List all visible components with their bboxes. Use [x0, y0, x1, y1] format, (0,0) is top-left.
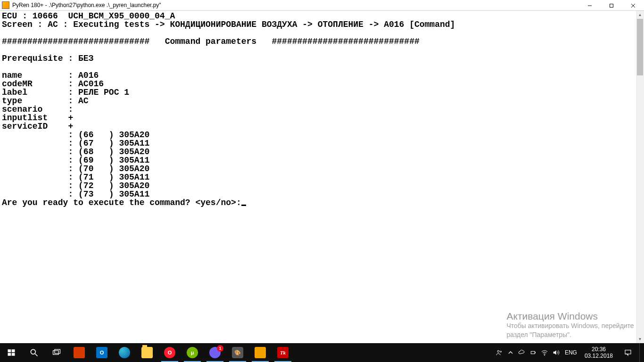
console-prompt[interactable]: Are you ready to execute the command? <y… — [2, 198, 246, 207]
activation-watermark: Активация Windows Чтобы активировать Win… — [506, 312, 639, 339]
taskbar-app-paint[interactable]: 🎨 — [226, 343, 249, 362]
paint-icon: 🎨 — [232, 347, 243, 358]
taskbar-app-viber[interactable]: 1 — [204, 343, 226, 362]
taskbar-app-explorer[interactable] — [136, 343, 158, 362]
tray-chevron-up-icon[interactable] — [505, 343, 516, 362]
pyren-icon — [255, 347, 266, 358]
svg-rect-1 — [610, 4, 613, 7]
svg-rect-6 — [8, 353, 11, 356]
svg-rect-14 — [531, 351, 535, 354]
svg-rect-11 — [55, 349, 60, 353]
vertical-scrollbar[interactable]: ▲ ▼ — [636, 11, 644, 343]
scroll-up-icon[interactable]: ▲ — [636, 11, 644, 19]
svg-rect-18 — [625, 350, 631, 354]
svg-marker-17 — [553, 350, 556, 354]
show-desktop-button[interactable] — [639, 343, 642, 362]
opera-icon: O — [164, 347, 175, 358]
utorrent-icon: μ — [187, 347, 198, 358]
svg-rect-10 — [53, 351, 59, 354]
taskbar-app-office[interactable] — [68, 343, 91, 362]
console-output: ECU : 10666 UCH_BCM_X95_0000_04_A Screen… — [0, 11, 636, 343]
app-icon — [2, 1, 9, 9]
tray-clock[interactable]: 20:36 03.12.2018 — [581, 343, 617, 362]
tray-onedrive-icon[interactable] — [517, 343, 527, 362]
windows-icon — [6, 347, 17, 358]
taskbar: O O μ 1 🎨 Tk — [0, 343, 644, 362]
text-cursor — [241, 205, 246, 206]
window-title: PyRen 180+ - .\Python27\python.exe .\_py… — [12, 2, 161, 8]
office-icon — [74, 347, 85, 358]
search-button[interactable] — [23, 343, 45, 362]
tray-action-center[interactable] — [618, 343, 638, 362]
taskbar-app-edge[interactable] — [113, 343, 136, 362]
tray-wifi-icon[interactable] — [539, 343, 550, 362]
tray-time: 20:36 — [585, 346, 613, 353]
window-titlebar: PyRen 180+ - .\Python27\python.exe .\_py… — [0, 0, 644, 11]
close-button[interactable] — [622, 0, 644, 11]
tray-volume-icon[interactable] — [551, 343, 561, 362]
maximize-button[interactable] — [601, 0, 622, 11]
task-view-button[interactable] — [45, 343, 68, 362]
tray-power-icon[interactable] — [528, 343, 538, 362]
red-app-icon: Tk — [277, 347, 289, 358]
tray-date: 03.12.2018 — [585, 353, 613, 359]
taskbar-app-outlook[interactable]: O — [91, 343, 113, 362]
taskbar-app-opera[interactable]: O — [158, 343, 181, 362]
console-window[interactable]: ECU : 10666 UCH_BCM_X95_0000_04_A Screen… — [0, 11, 644, 343]
tray-language[interactable]: ENG — [562, 343, 580, 362]
task-view-icon — [51, 347, 62, 358]
notification-badge: 1 — [217, 345, 223, 352]
svg-point-12 — [497, 350, 499, 352]
taskbar-app-utorrent[interactable]: μ — [181, 343, 204, 362]
folder-icon — [141, 347, 153, 358]
svg-rect-4 — [8, 349, 11, 352]
tray-people[interactable] — [494, 343, 504, 362]
minimize-button[interactable] — [579, 0, 601, 11]
scroll-down-icon[interactable]: ▼ — [636, 335, 644, 343]
search-icon — [28, 347, 40, 358]
svg-point-16 — [544, 355, 545, 355]
svg-point-13 — [500, 351, 502, 353]
outlook-icon: O — [96, 347, 107, 358]
svg-rect-7 — [12, 353, 15, 356]
svg-point-8 — [31, 349, 35, 354]
scrollbar-thumb[interactable] — [637, 19, 643, 75]
scrollbar-track[interactable] — [636, 19, 644, 335]
taskbar-app-pyren[interactable] — [249, 343, 272, 362]
svg-rect-5 — [12, 349, 15, 352]
edge-icon — [119, 347, 130, 358]
start-button[interactable] — [0, 343, 23, 362]
svg-line-9 — [35, 354, 38, 356]
taskbar-app-red[interactable]: Tk — [272, 343, 294, 362]
